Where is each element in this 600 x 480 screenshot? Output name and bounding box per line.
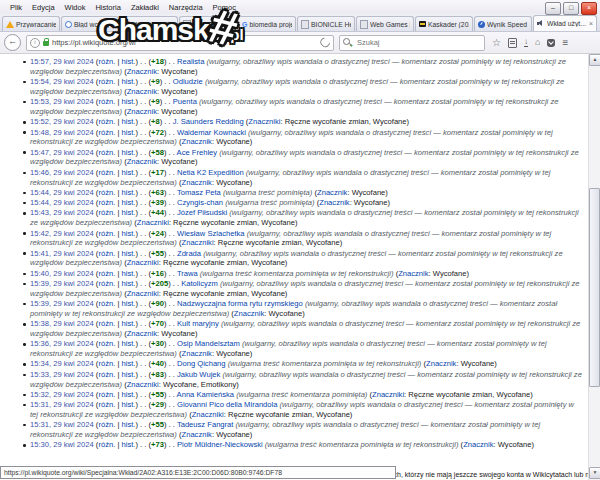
page-link[interactable]: Waldemar Kownacki xyxy=(177,128,246,137)
page-link[interactable]: Anna Kamieńska xyxy=(177,390,234,399)
minimize-button[interactable]: – xyxy=(545,2,561,15)
page-link[interactable]: J. Saunders Redding xyxy=(173,117,244,126)
timestamp-link[interactable]: 15:43, 29 kwi 2024 xyxy=(30,208,94,217)
diff-link[interactable]: różn. xyxy=(98,188,115,197)
diff-link[interactable]: różn. xyxy=(98,229,115,238)
hist-link[interactable]: hist. xyxy=(121,279,135,288)
diff-link[interactable]: różn. xyxy=(98,57,115,66)
diff-link[interactable]: różn. xyxy=(98,279,115,288)
tab-close-icon[interactable]: × xyxy=(589,20,593,27)
diff-link[interactable]: różn. xyxy=(98,198,115,207)
hist-link[interactable]: hist. xyxy=(121,97,135,106)
tag-label-link[interactable]: Znacznik xyxy=(398,269,428,278)
menu-item[interactable]: Plik xyxy=(5,3,27,12)
bookmark-star-icon[interactable]: ☆ xyxy=(492,38,501,48)
search-icon[interactable]: + xyxy=(343,38,352,47)
tab[interactable]: Błąd wczytywa... xyxy=(61,16,119,31)
page-link[interactable]: Józef Piłsudski xyxy=(177,208,227,217)
tag-label-link[interactable]: Znacznik xyxy=(317,188,347,197)
diff-link[interactable]: różn. xyxy=(98,359,115,368)
diff-link[interactable]: różn. xyxy=(98,370,115,379)
hist-link[interactable]: hist. xyxy=(121,339,135,348)
diff-link[interactable]: różn. xyxy=(98,339,115,348)
hamburger-menu-icon[interactable]: ≡ xyxy=(562,38,568,48)
tab[interactable]: Web Games | ... xyxy=(356,16,414,31)
tab[interactable]: Wynik Speed T... xyxy=(474,16,532,31)
search-input[interactable] xyxy=(355,37,481,48)
page-link[interactable]: Realista xyxy=(177,57,204,66)
tab[interactable]: Web Games | BioM... xyxy=(179,16,237,31)
tag-label-link[interactable]: Znaczniki xyxy=(248,117,280,126)
tab[interactable]: Kaskader (202... xyxy=(415,16,473,31)
hist-link[interactable]: hist. xyxy=(121,148,135,157)
timestamp-link[interactable]: 15:31, 29 kwi 2024 xyxy=(30,420,94,429)
tag-label-link[interactable]: Znacznik xyxy=(182,430,212,439)
diff-link[interactable]: różn. xyxy=(98,148,115,157)
menu-item[interactable]: Widok xyxy=(60,3,91,12)
info-icon[interactable]: i xyxy=(30,38,40,48)
page-link[interactable]: Tadeusz Fangrat xyxy=(177,420,234,429)
diff-link[interactable]: różn. xyxy=(98,77,115,86)
scroll-up-icon[interactable]: ▲ xyxy=(589,54,600,66)
diff-link[interactable]: różn. xyxy=(98,117,115,126)
tag-label-link[interactable]: Znacznik xyxy=(182,137,212,146)
timestamp-link[interactable]: 15:44, 29 kwi 2024 xyxy=(30,198,94,207)
tag-label-link[interactable]: Znaczniki xyxy=(192,410,224,419)
page-link[interactable]: Puenta xyxy=(173,97,197,106)
page-link[interactable]: Ace Frehley xyxy=(177,148,218,157)
timestamp-link[interactable]: 15:42, 29 kwi 2024 xyxy=(30,229,94,238)
timestamp-link[interactable]: 15:33, 29 kwi 2024 xyxy=(30,370,94,379)
tag-label-link[interactable]: Znacznik xyxy=(182,178,212,187)
timestamp-link[interactable]: 15:46, 29 kwi 2024 xyxy=(30,168,94,177)
tag-label-link[interactable]: Znaczniki xyxy=(137,218,169,227)
hist-link[interactable]: hist. xyxy=(121,77,135,86)
hist-link[interactable]: hist. xyxy=(121,57,135,66)
page-link[interactable]: Zdrada xyxy=(177,249,201,258)
timestamp-link[interactable]: 15:31, 29 kwi 2024 xyxy=(30,400,94,409)
menu-item[interactable]: Zakładki xyxy=(126,3,164,12)
url-text[interactable]: https://pl.wikiquote.org/wi xyxy=(52,38,317,47)
page-link[interactable]: Czyngis-chan xyxy=(177,198,223,207)
pocket-icon[interactable] xyxy=(547,39,555,47)
close-button[interactable]: × xyxy=(581,2,597,15)
tag-label-link[interactable]: Znacznik xyxy=(127,87,157,96)
tag-label-link[interactable]: Znacznik xyxy=(426,359,456,368)
timestamp-link[interactable]: 15:36, 29 kwi 2024 xyxy=(30,339,94,348)
timestamp-link[interactable]: 15:40, 29 kwi 2024 xyxy=(30,269,94,278)
timestamp-link[interactable]: 15:44, 29 kwi 2024 xyxy=(30,188,94,197)
diff-link[interactable]: różn. xyxy=(98,128,115,137)
diff-link[interactable]: różn. xyxy=(98,390,115,399)
diff-link[interactable]: różn. xyxy=(98,319,115,328)
tag-label-link[interactable]: Znacznik xyxy=(127,329,157,338)
hist-link[interactable]: hist. xyxy=(121,188,135,197)
page-link[interactable]: Nadzwyczajna forma rytu rzymskiego xyxy=(177,299,303,308)
tab[interactable]: BIONICLE Her... xyxy=(297,16,355,31)
tag-label-link[interactable]: Znacznik xyxy=(127,107,157,116)
tag-label-link[interactable]: Znaczniki xyxy=(127,289,159,298)
page-link[interactable]: Wiesław Szlachetka xyxy=(177,229,245,238)
timestamp-link[interactable]: 15:47, 29 kwi 2024 xyxy=(30,148,94,157)
diff-link[interactable]: różn. xyxy=(98,420,115,429)
timestamp-link[interactable]: 15:38, 29 kwi 2024 xyxy=(30,319,94,328)
hist-link[interactable]: hist. xyxy=(121,168,135,177)
timestamp-link[interactable]: 15:52, 29 kwi 2024 xyxy=(30,117,94,126)
timestamp-link[interactable]: 15:39, 29 kwi 2024 xyxy=(30,279,94,288)
hist-link[interactable]: hist. xyxy=(121,229,135,238)
hist-link[interactable]: hist. xyxy=(121,208,135,217)
tab[interactable]: Wyniki wyszuki... xyxy=(120,16,178,31)
tag-label-link[interactable]: Znacznik xyxy=(182,349,212,358)
menu-item[interactable]: Edycja xyxy=(27,3,60,12)
diff-link[interactable]: różn. xyxy=(98,400,115,409)
scrollbar-thumb[interactable] xyxy=(589,188,600,387)
page-link[interactable]: Piotr Müldner-Nieckowski xyxy=(177,440,263,449)
tab[interactable]: Przywracanie s... xyxy=(2,16,60,31)
tab-active[interactable]: Wkład użyt...× xyxy=(533,15,597,31)
tag-label-link[interactable]: Znaczniki xyxy=(127,380,159,389)
hist-link[interactable]: hist. xyxy=(121,370,135,379)
hist-link[interactable]: hist. xyxy=(121,420,135,429)
tab[interactable]: Gbiomedia proje... xyxy=(238,16,296,31)
tag-label-link[interactable]: Znaczniki xyxy=(372,390,404,399)
hist-link[interactable]: hist. xyxy=(121,128,135,137)
diff-link[interactable]: różn. xyxy=(98,440,115,449)
page-link[interactable]: Odludzie xyxy=(173,77,203,86)
